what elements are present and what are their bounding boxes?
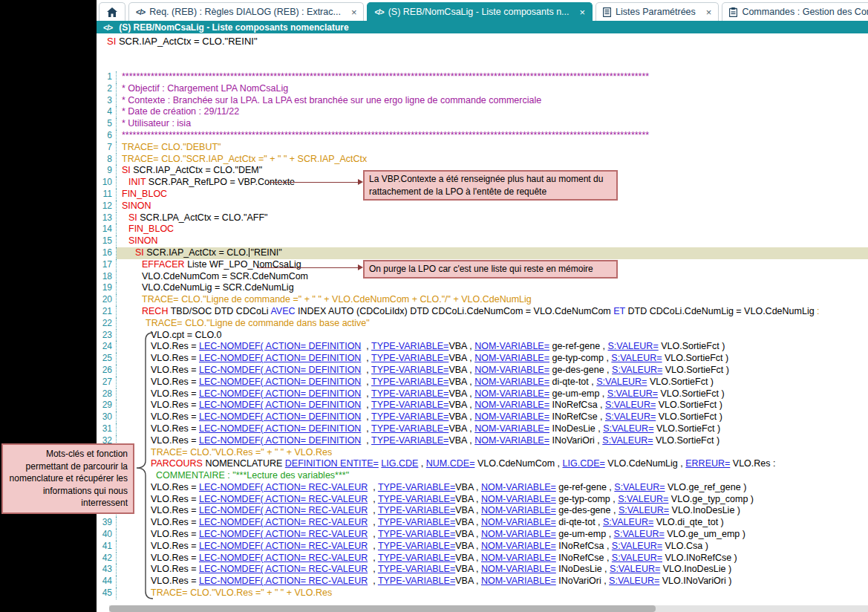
code-editor[interactable]: 1***************************************… <box>97 71 868 602</box>
tab-nomcsalig[interactable]: </> (S) REB/NomCsaLig - Liste composants… <box>367 2 593 21</box>
close-icon[interactable]: × <box>351 7 357 18</box>
code-line-text[interactable]: VLO.Res = LEC-NOMDEF( ACTION= DEFINITION… <box>117 388 868 400</box>
tab-commandes[interactable]: Commandes : Gestion des Commanc <box>722 2 868 21</box>
code-line[interactable]: 41VLO.Res = LEC-NOMDEF( ACTION= REC-VALE… <box>97 541 868 553</box>
code-token: , <box>361 411 371 422</box>
code-line-text[interactable]: VLO.Res = LEC-NOMDEF( ACTION= DEFINITION… <box>117 423 868 435</box>
code-line[interactable]: 30VLO.Res = LEC-NOMDEF( ACTION= DEFINITI… <box>97 411 868 423</box>
code-token: NOM-VARIABLE= <box>481 553 556 563</box>
code-line-text[interactable]: TRACE= CLO."VLO.Res =" + " " + VLO.Res <box>117 587 868 599</box>
code-line-text[interactable]: VLO.Res = LEC-NOMDEF( ACTION= REC-VALEUR… <box>117 576 868 587</box>
code-line[interactable]: 13SI SCR.LPA_ActCtx = CLO."AFF" <box>97 212 868 224</box>
code-line[interactable]: 40VLO.Res = LEC-NOMDEF( ACTION= REC-VALE… <box>97 529 868 541</box>
code-line-text[interactable]: TRACE= CLO."DEBUT" <box>117 142 868 154</box>
code-line[interactable]: 22TRACE= CLO."Ligne de commande dans bas… <box>97 318 868 330</box>
line-number: 27 <box>97 377 117 388</box>
code-line-text[interactable]: SI SCR.IAP_ActCtx = CLO."REINI" <box>117 247 868 259</box>
code-line-text[interactable]: ****************************************… <box>117 71 868 83</box>
code-line[interactable]: 14FIN_BLOC <box>97 224 868 235</box>
code-line[interactable]: 24VLO.Res = LEC-NOMDEF( ACTION= DEFINITI… <box>97 341 868 353</box>
code-line-text[interactable]: VLO.Res = LEC-NOMDEF( ACTION= REC-VALEUR… <box>117 505 868 517</box>
code-line[interactable]: 29VLO.Res = LEC-NOMDEF( ACTION= DEFINITI… <box>97 400 868 411</box>
code-line[interactable]: 43VLO.Res = LEC-NOMDEF( ACTION= REC-VALE… <box>97 564 868 576</box>
code-line-text[interactable]: * Utilisateur : isia <box>117 118 868 130</box>
code-line[interactable]: 7TRACE= CLO."DEBUT" <box>97 142 868 154</box>
code-line-text[interactable]: TRACE= CLO."VLO.Res =" + " " + VLO.Res <box>117 447 868 459</box>
code-line[interactable]: 23VLO.cpt = CLO.0 <box>97 330 868 342</box>
code-line-text[interactable]: SI SCR.LPA_ActCtx = CLO."AFF" <box>117 212 868 224</box>
code-line[interactable]: 45TRACE= CLO."VLO.Res =" + " " + VLO.Res <box>97 587 868 599</box>
annotation-arrow-vbp <box>269 182 358 183</box>
code-line[interactable]: 34PARCOURS NOMENCLATURE DEFINITION ENTIT… <box>97 458 868 470</box>
code-line[interactable]: 27VLO.Res = LEC-NOMDEF( ACTION= DEFINITI… <box>97 377 868 388</box>
code-line[interactable]: 26VLO.Res = LEC-NOMDEF( ACTION= DEFINITI… <box>97 365 868 377</box>
code-line-text[interactable]: SINON <box>117 201 868 212</box>
code-line-text[interactable]: VLO.cpt = CLO.0 <box>117 330 868 342</box>
tab-home[interactable] <box>99 2 125 21</box>
code-line[interactable]: 38VLO.Res = LEC-NOMDEF( ACTION= REC-VALE… <box>97 505 868 517</box>
code-line-text[interactable]: VLO.Res = LEC-NOMDEF( ACTION= REC-VALEUR… <box>117 541 868 553</box>
code-line-text[interactable]: * Date de création : 29/11/22 <box>117 106 868 118</box>
code-line[interactable]: 15SINON <box>97 235 868 247</box>
code-token: TYPE-VARIABLE= <box>378 494 455 504</box>
code-line[interactable]: 39VLO.Res = LEC-NOMDEF( ACTION= REC-VALE… <box>97 517 868 529</box>
code-line-text[interactable]: * Contexte : Branchée sur la LPA. La LPA… <box>117 95 868 107</box>
code-line-text[interactable]: TRACE= CLO."Ligne de commande dans base … <box>117 318 868 330</box>
code-line[interactable]: 28VLO.Res = LEC-NOMDEF( ACTION= DEFINITI… <box>97 388 868 400</box>
code-line[interactable]: 44VLO.Res = LEC-NOMDEF( ACTION= REC-VALE… <box>97 576 868 587</box>
code-line-text[interactable]: VLO.Res = LEC-NOMDEF( ACTION= REC-VALEUR… <box>117 553 868 564</box>
code-line[interactable]: 19VLO.CdeNumLig = SCR.CdeNumLig <box>97 282 868 294</box>
code-line-text[interactable]: TRACE= CLO."Ligne de commande =" + " " +… <box>117 294 868 306</box>
code-token: NOM-VARIABLE= <box>474 411 549 422</box>
code-line-text[interactable]: VLO.Res = LEC-NOMDEF( ACTION= DEFINITION… <box>117 353 868 365</box>
code-line-text[interactable]: VLO.Res = LEC-NOMDEF( ACTION= DEFINITION… <box>117 411 868 423</box>
code-line[interactable]: 33TRACE= CLO."VLO.Res =" + " " + VLO.Res <box>97 447 868 459</box>
code-line[interactable]: 4* Date de création : 29/11/22 <box>97 106 868 118</box>
code-line-text[interactable]: PARCOURS NOMENCLATURE DEFINITION ENTITE=… <box>117 458 868 470</box>
code-line[interactable]: 37VLO.Res = LEC-NOMDEF( ACTION= REC-VALE… <box>97 494 868 506</box>
code-line-text[interactable]: VLO.Res = LEC-NOMDEF( ACTION= REC-VALEUR… <box>117 494 868 506</box>
code-line[interactable]: 2* Objectif : Chargement LPA NomCsaLig <box>97 83 868 95</box>
code-line[interactable]: 6***************************************… <box>97 130 868 142</box>
tab-listes-parametrees[interactable]: Listes Paramétrées × <box>595 2 719 21</box>
code-line-text[interactable]: COMMENTAIRE : "***Lecture des variables*… <box>117 470 868 482</box>
tab-regles-dialog[interactable]: </> Req. (REB) : Règles DIALOG (REB) : E… <box>128 2 364 21</box>
code-line[interactable]: 12SINON <box>97 201 868 212</box>
code-line-text[interactable]: VLO.Res = LEC-NOMDEF( ACTION= DEFINITION… <box>117 377 868 388</box>
code-line-text[interactable]: ****************************************… <box>117 130 868 142</box>
code-line-text[interactable]: VLO.CdeNumLig = SCR.CdeNumLig <box>117 282 868 294</box>
code-line-text[interactable]: VLO.Res = LEC-NOMDEF( ACTION= REC-VALEUR… <box>117 517 868 529</box>
code-token: VBA , <box>455 529 481 539</box>
code-line[interactable]: 1***************************************… <box>97 71 868 83</box>
code-line[interactable]: 35COMMENTAIRE : "***Lecture des variable… <box>97 470 868 482</box>
code-line[interactable]: 8TRACE= CLO."SCR.IAP_ActCtx =" + " " + S… <box>97 154 868 166</box>
code-line-text[interactable]: VLO.Res = LEC-NOMDEF( ACTION= DEFINITION… <box>117 365 868 377</box>
code-line[interactable]: 3* Contexte : Branchée sur la LPA. La LP… <box>97 95 868 107</box>
code-line-text[interactable]: RECH TBD/SOC DTD CDCoLi AVEC INDEX AUTO … <box>117 306 868 318</box>
close-icon[interactable]: × <box>580 7 586 18</box>
line-number: 2 <box>97 83 117 95</box>
code-line[interactable]: 32VLO.Res = LEC-NOMDEF( ACTION= DEFINITI… <box>97 435 868 447</box>
code-line-text[interactable]: VLO.Res = LEC-NOMDEF( ACTION= REC-VALEUR… <box>117 482 868 494</box>
code-line[interactable]: 31VLO.Res = LEC-NOMDEF( ACTION= DEFINITI… <box>97 423 868 435</box>
code-line[interactable]: 16SI SCR.IAP_ActCtx = CLO."REINI" <box>97 247 868 259</box>
code-line-text[interactable]: SINON <box>117 235 868 247</box>
code-line-text[interactable]: VLO.Res = LEC-NOMDEF( ACTION= DEFINITION… <box>117 435 868 447</box>
code-line[interactable]: 36VLO.Res = LEC-NOMDEF( ACTION= REC-VALE… <box>97 482 868 494</box>
horizontal-scrollbar[interactable] <box>109 605 868 612</box>
code-line[interactable]: 25VLO.Res = LEC-NOMDEF( ACTION= DEFINITI… <box>97 353 868 365</box>
code-line-text[interactable]: TRACE= CLO."SCR.IAP_ActCtx =" + " " + SC… <box>117 154 868 166</box>
code-line-text[interactable]: VLO.Res = LEC-NOMDEF( ACTION= REC-VALEUR… <box>117 564 868 576</box>
code-line-text[interactable]: VLO.Res = LEC-NOMDEF( ACTION= DEFINITION… <box>117 341 868 353</box>
code-line-text[interactable]: VLO.Res = LEC-NOMDEF( ACTION= DEFINITION… <box>117 400 868 411</box>
code-line-text[interactable]: * Objectif : Chargement LPA NomCsaLig <box>117 83 868 95</box>
close-icon[interactable]: × <box>706 7 712 18</box>
code-line[interactable]: 20TRACE= CLO."Ligne de commande =" + " "… <box>97 294 868 306</box>
code-token: VLO.INoRefCse ) <box>662 553 737 563</box>
code-line[interactable]: 21RECH TBD/SOC DTD CDCoLi AVEC INDEX AUT… <box>97 306 868 318</box>
code-line-text[interactable]: FIN_BLOC <box>117 224 868 235</box>
code-line-text[interactable]: VLO.Res = LEC-NOMDEF( ACTION= REC-VALEUR… <box>117 529 868 541</box>
code-line[interactable]: 5* Utilisateur : isia <box>97 118 868 130</box>
code-line[interactable]: 42VLO.Res = LEC-NOMDEF( ACTION= REC-VALE… <box>97 553 868 564</box>
scrollbar-thumb[interactable] <box>109 605 656 612</box>
